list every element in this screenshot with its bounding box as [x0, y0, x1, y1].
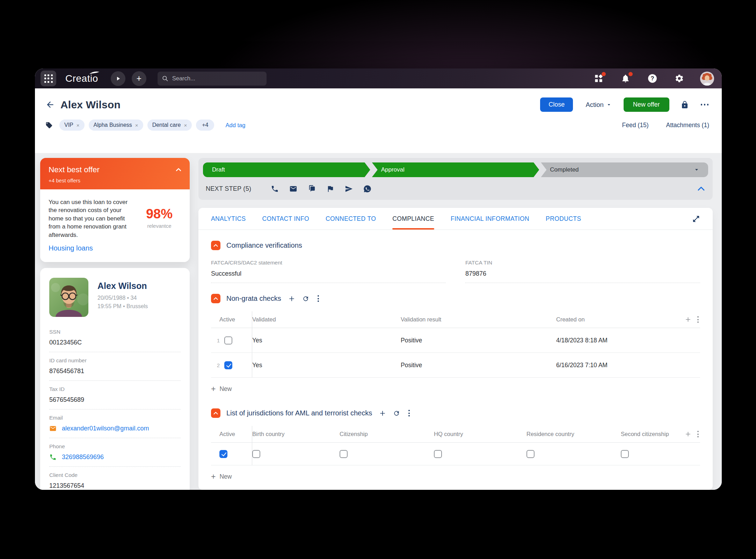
- new-offer-button[interactable]: New offer: [624, 97, 669, 112]
- collapse-section-button[interactable]: [211, 294, 220, 303]
- active-checkbox[interactable]: [224, 361, 232, 369]
- notification-dot: [628, 72, 633, 76]
- remove-tag-icon[interactable]: ×: [77, 122, 80, 128]
- section-menu-icon[interactable]: [316, 295, 320, 303]
- citizenship-checkbox[interactable]: [340, 450, 348, 458]
- table-row[interactable]: 1 Yes Positive 4/18/2023 8:18 AM: [211, 328, 700, 353]
- refresh-icon[interactable]: [302, 295, 309, 302]
- table-menu-icon[interactable]: [696, 315, 700, 324]
- notifications-button[interactable]: [621, 74, 630, 83]
- column-header[interactable]: Validated: [252, 311, 401, 328]
- tag-pill-vip[interactable]: VIP ×: [59, 119, 85, 131]
- collapse-section-button[interactable]: [211, 408, 220, 418]
- stage-approval[interactable]: Approval: [372, 162, 539, 177]
- column-header[interactable]: Birth country: [252, 426, 340, 442]
- global-search[interactable]: [158, 72, 267, 86]
- search-input[interactable]: [172, 75, 256, 82]
- field-fatca-statement[interactable]: FATCA/CRS/DAC2 statement Successful: [211, 260, 446, 283]
- tab-analytics[interactable]: ANALYTICS: [211, 208, 246, 230]
- section-menu-icon[interactable]: [407, 409, 411, 417]
- marketplace-button[interactable]: [594, 74, 603, 83]
- run-process-button[interactable]: [111, 71, 125, 86]
- field-label: Client Code: [49, 472, 181, 478]
- messages-icon[interactable]: [308, 185, 316, 193]
- active-checkbox[interactable]: [219, 450, 227, 458]
- column-header[interactable]: HQ country: [434, 426, 526, 442]
- table-row[interactable]: 2 Yes Positive 6/16/2023 7:10 AM: [211, 353, 700, 378]
- add-row-icon[interactable]: [685, 316, 691, 323]
- birth-country-checkbox[interactable]: [252, 450, 260, 458]
- tag-label: Dental care: [152, 122, 181, 128]
- tab-products[interactable]: PRODUCTS: [546, 208, 581, 230]
- close-button[interactable]: Close: [540, 97, 573, 112]
- new-record-button[interactable]: + New: [211, 385, 232, 393]
- column-header[interactable]: Citizenship: [340, 426, 434, 442]
- action-dropdown[interactable]: Action: [586, 101, 611, 109]
- svg-text:?: ?: [651, 75, 654, 81]
- email-link[interactable]: alexander01wilson@gmail.com: [62, 425, 149, 432]
- active-checkbox[interactable]: [224, 336, 232, 344]
- collapse-offer-button[interactable]: [175, 166, 182, 173]
- contact-photo: [49, 278, 88, 317]
- call-icon[interactable]: [271, 185, 279, 193]
- row-number: 1: [215, 337, 220, 343]
- table-row[interactable]: [211, 443, 700, 465]
- profile-card: Alex Wilson 20/05/1988 • 34 19:55 PM • B…: [40, 268, 190, 490]
- column-header[interactable]: Second citizenship: [621, 426, 678, 442]
- back-button[interactable]: [45, 100, 55, 109]
- refresh-icon[interactable]: [393, 410, 400, 417]
- field-label: SSN: [49, 329, 181, 335]
- stage-completed[interactable]: Completed: [541, 162, 708, 177]
- more-options-button[interactable]: [700, 102, 710, 108]
- lock-button[interactable]: [681, 101, 689, 109]
- flag-icon[interactable]: [326, 185, 334, 193]
- collapse-section-button[interactable]: [211, 241, 220, 250]
- tab-compliance[interactable]: COMPLIANCE: [392, 208, 434, 230]
- column-header[interactable]: Validation result: [401, 311, 556, 328]
- column-header[interactable]: Active: [211, 311, 252, 328]
- remove-tag-icon[interactable]: ×: [184, 122, 187, 128]
- tab-financial-information[interactable]: FINANCIAL INFORMATION: [451, 208, 529, 230]
- contact-birthdate: 20/05/1988 • 34: [97, 295, 148, 301]
- field-tax-id: Tax ID 5676545689: [49, 381, 181, 409]
- stage-draft[interactable]: Draft: [203, 162, 370, 177]
- help-button[interactable]: ?: [648, 74, 657, 83]
- column-header[interactable]: Created on: [556, 311, 678, 328]
- attachments-link[interactable]: Attachments (1): [666, 122, 709, 129]
- telegram-icon[interactable]: [345, 185, 353, 193]
- quick-add-button[interactable]: +: [132, 71, 146, 86]
- residence-country-checkbox[interactable]: [526, 450, 535, 458]
- add-row-icon[interactable]: [685, 431, 691, 437]
- add-record-icon[interactable]: [379, 410, 386, 417]
- table-menu-icon[interactable]: [696, 430, 700, 438]
- chevron-down-icon: [694, 167, 699, 172]
- add-record-icon[interactable]: [288, 295, 295, 302]
- tab-contact-info[interactable]: CONTACT INFO: [262, 208, 309, 230]
- process-panel: Draft Approval Completed NEXT STEP (5): [198, 158, 713, 200]
- tab-connected-to[interactable]: CONNECTED TO: [326, 208, 376, 230]
- column-header[interactable]: Active: [211, 426, 252, 442]
- new-record-button[interactable]: + New: [211, 473, 232, 481]
- user-avatar[interactable]: [700, 72, 714, 86]
- whatsapp-icon[interactable]: [363, 185, 371, 193]
- remove-tag-icon[interactable]: ×: [135, 122, 138, 128]
- phone-link[interactable]: 326988569696: [62, 453, 104, 461]
- column-header[interactable]: Residence country: [526, 426, 621, 442]
- tag-pill-alpha-business[interactable]: Alpha Business ×: [89, 119, 143, 131]
- expand-button[interactable]: [692, 215, 700, 223]
- add-tag-link[interactable]: Add tag: [225, 122, 245, 129]
- hq-country-checkbox[interactable]: [434, 450, 442, 458]
- settings-button[interactable]: [675, 74, 684, 83]
- field-label: ID card number: [49, 357, 181, 364]
- page-header: Alex Wilson Close Action New offer: [35, 88, 722, 153]
- more-tags-pill[interactable]: +4: [196, 119, 214, 131]
- housing-loans-link[interactable]: Housing loans: [49, 244, 93, 252]
- search-icon: [162, 75, 168, 82]
- tag-pill-dental-care[interactable]: Dental care ×: [147, 119, 192, 131]
- feed-link[interactable]: Feed (15): [622, 122, 649, 129]
- second-citizenship-checkbox[interactable]: [621, 450, 629, 458]
- email-task-icon[interactable]: [289, 185, 297, 193]
- field-fatca-tin[interactable]: FATCA TIN 879876: [465, 260, 700, 283]
- collapse-process-button[interactable]: [697, 184, 705, 193]
- app-launcher-icon[interactable]: [41, 71, 56, 86]
